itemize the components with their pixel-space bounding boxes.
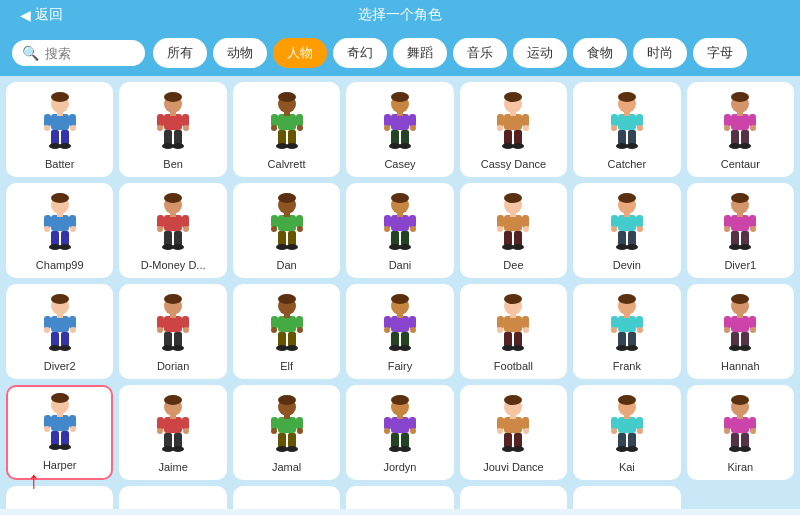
svg-rect-116 <box>288 231 296 246</box>
svg-rect-131 <box>397 213 403 217</box>
svg-rect-50 <box>504 114 522 130</box>
svg-point-109 <box>278 193 296 203</box>
svg-point-317 <box>611 428 617 434</box>
sprite-card[interactable]: Cassy Dance <box>460 82 567 177</box>
sprite-image <box>370 394 430 459</box>
sprite-card[interactable]: Jordyn <box>346 385 453 480</box>
sprite-card[interactable]: Batter <box>6 82 113 177</box>
svg-point-6 <box>70 125 76 131</box>
sprite-card[interactable]: Kai <box>573 385 680 480</box>
svg-point-138 <box>523 226 529 232</box>
sprite-card[interactable]: Jamal <box>233 385 340 480</box>
svg-point-78 <box>750 125 756 131</box>
sprite-card[interactable]: Devin <box>573 183 680 278</box>
sprite-card[interactable] <box>346 486 453 509</box>
sprite-card[interactable]: Dan <box>233 183 340 278</box>
sprite-card[interactable]: Calvrett <box>233 82 340 177</box>
sprite-card[interactable]: D-Money D... <box>119 183 226 278</box>
sprite-card[interactable] <box>573 486 680 509</box>
svg-point-58 <box>512 143 524 149</box>
sprite-image <box>30 192 90 257</box>
category-btn-letters[interactable]: 字母 <box>693 38 747 68</box>
sprite-card[interactable]: Dorian <box>119 284 226 379</box>
svg-point-94 <box>59 244 71 250</box>
sprite-card[interactable]: Diver1 <box>687 183 794 278</box>
sprite-card[interactable]: Catcher <box>573 82 680 177</box>
category-btn-fantasy[interactable]: 奇幻 <box>333 38 387 68</box>
toolbar: 🔍 所有动物人物奇幻舞蹈音乐运动食物时尚字母 <box>0 30 800 76</box>
sprite-card[interactable]: Diver2 <box>6 284 113 379</box>
sprite-image <box>370 192 430 257</box>
category-btn-music[interactable]: 音乐 <box>453 38 507 68</box>
sprite-card[interactable]: Hannah <box>687 284 794 379</box>
sprite-card[interactable]: Casey <box>346 82 453 177</box>
category-btn-sports[interactable]: 运动 <box>513 38 567 68</box>
svg-rect-236 <box>628 332 636 347</box>
svg-point-190 <box>172 345 184 351</box>
sprite-card[interactable]: Centaur <box>687 82 794 177</box>
category-btn-food[interactable]: 食物 <box>573 38 627 68</box>
sprite-card[interactable]: Jouvi Dance <box>460 385 567 480</box>
sprite-card[interactable]: Ben <box>119 82 226 177</box>
sprite-name-label: Jordyn <box>383 461 416 474</box>
svg-point-61 <box>618 92 636 102</box>
svg-point-281 <box>271 428 277 434</box>
sprite-card[interactable]: Kiran <box>687 385 794 480</box>
sprite-card[interactable] <box>119 486 226 509</box>
sprite-name-label: Hannah <box>721 360 760 373</box>
svg-point-30 <box>297 125 303 131</box>
sprite-card[interactable] <box>460 486 567 509</box>
svg-rect-251 <box>737 314 743 318</box>
svg-point-325 <box>731 395 749 405</box>
sprite-name-label: Dan <box>276 259 296 272</box>
category-btn-people[interactable]: 人物 <box>273 38 327 68</box>
svg-point-130 <box>399 244 411 250</box>
svg-rect-20 <box>174 130 182 145</box>
svg-point-238 <box>626 345 638 351</box>
svg-point-13 <box>164 92 182 102</box>
search-input[interactable] <box>45 46 135 61</box>
svg-rect-98 <box>164 215 182 231</box>
svg-point-186 <box>183 327 189 333</box>
sprite-card[interactable]: Harper↑ <box>6 385 113 480</box>
sprite-card[interactable] <box>6 486 113 509</box>
svg-point-46 <box>399 143 411 149</box>
svg-rect-151 <box>618 231 626 246</box>
category-btn-all[interactable]: 所有 <box>153 38 207 68</box>
svg-rect-248 <box>741 332 749 347</box>
sprite-image <box>597 91 657 156</box>
back-button[interactable]: ◀ 返回 <box>12 2 71 28</box>
category-btn-animals[interactable]: 动物 <box>213 38 267 68</box>
svg-point-221 <box>497 327 503 333</box>
svg-rect-2 <box>51 114 69 130</box>
svg-point-193 <box>278 294 296 304</box>
sprite-card[interactable]: Jaime <box>119 385 226 480</box>
svg-rect-68 <box>628 130 636 145</box>
sprite-card[interactable] <box>233 486 340 509</box>
svg-point-49 <box>504 92 522 102</box>
sprite-image <box>597 293 657 358</box>
sprite-card[interactable]: Elf <box>233 284 340 379</box>
svg-rect-127 <box>391 231 399 246</box>
svg-point-22 <box>172 143 184 149</box>
sprite-image <box>483 192 543 257</box>
sprite-name-label: Devin <box>613 259 641 272</box>
sprite-card[interactable]: Dani <box>346 183 453 278</box>
sprite-image <box>30 91 90 156</box>
category-btn-fashion[interactable]: 时尚 <box>633 38 687 68</box>
sprite-card[interactable]: Dee <box>460 183 567 278</box>
sprite-card[interactable]: Frank <box>573 284 680 379</box>
category-btn-dance[interactable]: 舞蹈 <box>393 38 447 68</box>
sprite-image <box>710 293 770 358</box>
sprite-card[interactable]: Football <box>460 284 567 379</box>
svg-point-121 <box>391 193 409 203</box>
svg-rect-134 <box>504 215 522 231</box>
svg-rect-31 <box>278 130 286 145</box>
svg-point-142 <box>512 244 524 250</box>
svg-rect-320 <box>628 433 636 448</box>
sprite-name-label: Catcher <box>608 158 647 171</box>
sprite-name-label: Football <box>494 360 533 373</box>
svg-point-125 <box>384 226 390 232</box>
sprite-card[interactable]: Fairy <box>346 284 453 379</box>
sprite-card[interactable]: Champ99 <box>6 183 113 278</box>
